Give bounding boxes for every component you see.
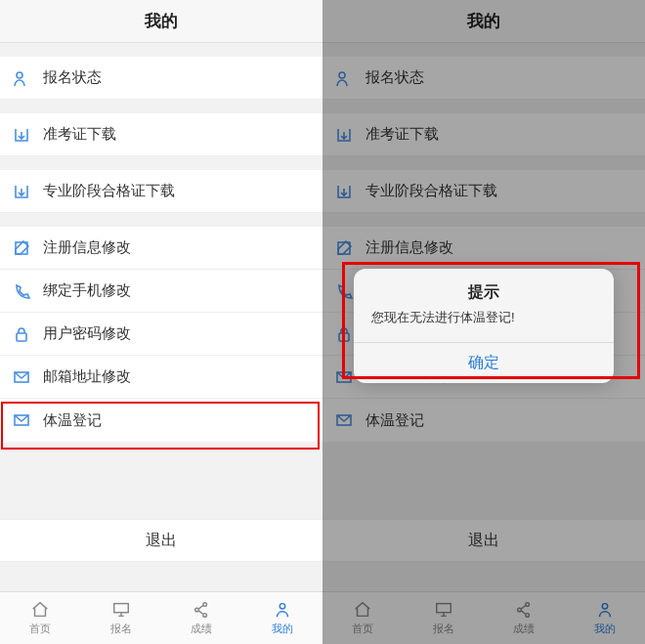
tab-signup[interactable]: 报名: [81, 592, 162, 644]
mail-icon: [12, 410, 31, 430]
edit-icon: [12, 238, 31, 258]
tab-mine[interactable]: 我的: [242, 592, 323, 644]
row-ticket-download[interactable]: 准考证下载: [0, 113, 322, 156]
screen-right: 我的 报名状态 准考证下载 专业阶段合格证下载 注册信息修改 绑定手机修改 用户…: [322, 0, 645, 644]
row-signup-status[interactable]: 报名状态: [0, 57, 322, 100]
row-edit-reg[interactable]: 注册信息修改: [0, 227, 322, 270]
tab-label: 成绩: [191, 622, 212, 636]
row-label: 邮箱地址修改: [43, 367, 131, 386]
alert-ok-button[interactable]: 确定: [354, 342, 614, 383]
tab-label: 首页: [29, 622, 51, 636]
row-label: 注册信息修改: [43, 238, 131, 257]
tabbar: 首页 报名 成绩 我的: [0, 591, 322, 644]
tab-home[interactable]: 首页: [0, 592, 81, 644]
row-label: 专业阶段合格证下载: [43, 182, 175, 200]
home-icon: [29, 600, 51, 620]
row-label: 体温登记: [43, 411, 102, 430]
row-edit-email[interactable]: 邮箱地址修改: [0, 356, 322, 399]
phone-icon: [12, 281, 31, 301]
tab-label: 报名: [110, 622, 132, 636]
monitor-icon: [110, 600, 132, 620]
alert-dialog: 提示 您现在无法进行体温登记! 确定: [354, 269, 614, 383]
page-title: 我的: [145, 10, 178, 32]
tab-label: 我的: [272, 622, 293, 636]
mail-icon: [12, 367, 31, 387]
header: 我的: [0, 0, 322, 43]
row-label: 用户密码修改: [43, 324, 131, 343]
lock-icon: [12, 324, 31, 344]
logout-label: 退出: [146, 531, 177, 551]
tab-score[interactable]: 成绩: [161, 592, 242, 644]
row-cert-download[interactable]: 专业阶段合格证下载: [0, 170, 322, 213]
menu-list: 报名状态 准考证下载 专业阶段合格证下载 注册信息修改 绑定手机修改 用户密码修…: [0, 43, 322, 442]
row-edit-pwd[interactable]: 用户密码修改: [0, 313, 322, 356]
row-label: 报名状态: [43, 68, 102, 87]
row-label: 准考证下载: [43, 125, 116, 144]
screen-left: 我的 报名状态 准考证下载 专业阶段合格证下载 注册信息修改 绑定手机修改 用户…: [0, 0, 322, 644]
row-temp-reg[interactable]: 体温登记: [0, 399, 322, 442]
share-icon: [191, 600, 212, 620]
logout-button[interactable]: 退出: [0, 519, 322, 562]
person-icon: [272, 600, 293, 620]
row-edit-phone[interactable]: 绑定手机修改: [0, 270, 322, 313]
alert-title: 提示: [354, 269, 614, 307]
row-label: 绑定手机修改: [43, 281, 131, 300]
download-icon: [12, 182, 31, 201]
alert-message: 您现在无法进行体温登记!: [354, 307, 614, 342]
download-icon: [12, 125, 31, 145]
user-icon: [12, 68, 31, 88]
